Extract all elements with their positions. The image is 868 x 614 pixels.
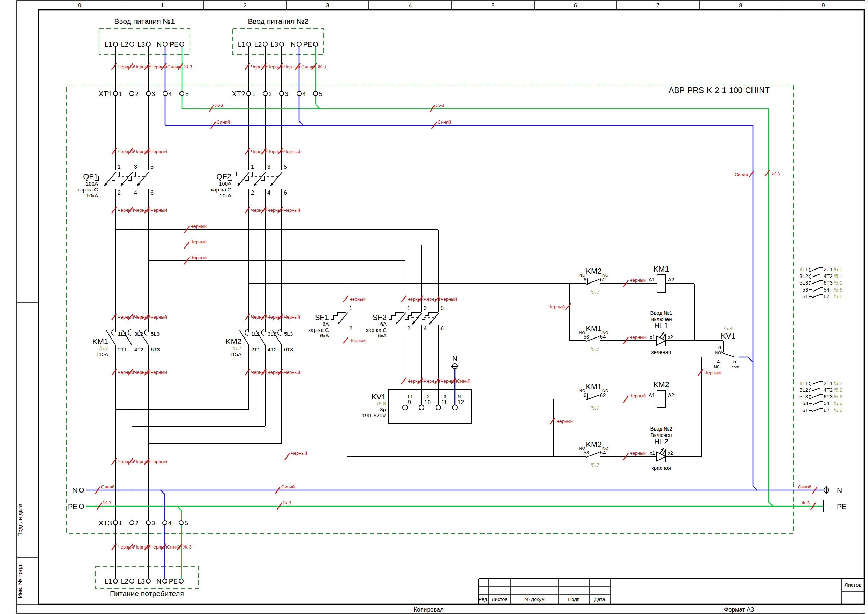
kv1sw-name: KV1 — [721, 331, 735, 340]
xt3-pin3: 3 — [152, 520, 155, 526]
kv1-pin-n: N — [457, 394, 461, 399]
svg-text:/5.6: /5.6 — [834, 400, 842, 406]
hl2-color: красная — [651, 465, 671, 471]
svg-text:62: 62 — [823, 293, 829, 299]
svg-text:Черный: Черный — [424, 378, 440, 384]
km2coil-a1: A1 — [649, 392, 655, 398]
sf2-name: SF2 — [373, 313, 387, 322]
input1-terminals: L1 L2 L3 N PE — [105, 40, 184, 48]
kv1sw-ref: /5.4 — [724, 325, 732, 331]
input1-l1: L1 — [105, 40, 112, 48]
sf2-breaker: SF2 6А хар-ка С 6кА 1 3 5 2 4 6 — [366, 305, 443, 339]
qf2-pin4: 4 — [267, 190, 270, 196]
svg-text:/5.2: /5.2 — [834, 387, 842, 393]
svg-text:Ж-3: Ж-3 — [184, 64, 192, 69]
sf1-name: SF1 — [315, 313, 329, 322]
ruler-9: 9 — [822, 2, 825, 9]
input1-n: N — [157, 40, 162, 48]
qf2-pin5: 5 — [284, 164, 287, 170]
km2nc-name: KM2 — [586, 267, 601, 275]
hl2-lamp: Ввод №2 Включен HL2 x1 x2 красная — [650, 426, 673, 471]
kv1-pin-l1: L1 — [408, 394, 413, 399]
n-net-label: N — [453, 355, 457, 362]
kv1-pin-11: 11 — [441, 399, 447, 406]
svg-text:Черный: Черный — [190, 239, 207, 244]
xt2-pin3: 3 — [285, 91, 288, 97]
km2-nc-contact: KM2 NC NC 61 62 /5.7 — [580, 267, 608, 295]
xt2-pin2: 2 — [269, 91, 272, 97]
input1-l2: L2 — [121, 40, 129, 48]
svg-text:2T1: 2T1 — [823, 266, 833, 272]
qf1-current: 100А — [86, 180, 98, 187]
svg-text:/5.6: /5.6 — [834, 293, 842, 299]
km1nc-62: 62 — [600, 392, 606, 398]
svg-text:Ж-3: Ж-3 — [103, 500, 111, 505]
input2-l3: L3 — [271, 40, 278, 48]
svg-text:3L2: 3L2 — [800, 273, 808, 279]
km2-pole3-bot: 6T3 — [284, 347, 293, 353]
km2no-53: 53 — [584, 449, 589, 455]
km1nc-61: 61 — [584, 392, 589, 398]
km2-pole2-top: 3L2 — [268, 331, 276, 337]
tb-doc: № докум — [524, 597, 545, 602]
svg-text:6T3: 6T3 — [823, 280, 833, 286]
power-wires-black — [115, 46, 439, 579]
km2-power-contacts: KM2 /5.7 115А 1L1 2T1 3L2 4T2 5L3 6T3 — [226, 330, 293, 357]
xref-row: 5L3 6T3 /5.1 — [800, 280, 842, 286]
tb-date: Дата — [594, 597, 605, 602]
km1-pole1-bot: 2T1 — [118, 347, 127, 353]
svg-text:Черный: Черный — [704, 370, 721, 375]
qf1-curve: хар-ка С — [78, 187, 98, 193]
svg-text:Синий: Синий — [457, 378, 470, 384]
hl1-cap1: Ввод №1 — [650, 310, 672, 316]
xt3-block: XT3 1 2 3 4 5 — [98, 519, 188, 527]
input2-box: Ввод питания №2 — [232, 17, 324, 54]
xref-row: 53 54 /5.6 — [802, 400, 842, 406]
hl2-x2: x2 — [668, 450, 673, 456]
xref-row: 61 62 /5.6 — [802, 406, 842, 413]
km1nc-name: KM1 — [586, 382, 601, 391]
qf2-pin2: 2 — [251, 190, 254, 196]
kv1-pin-10: 10 — [425, 399, 431, 406]
xt3-label: XT3 — [98, 519, 112, 527]
ruler-2: 2 — [243, 2, 246, 9]
ruler-7: 7 — [656, 2, 659, 9]
km2no-54: 54 — [600, 449, 606, 455]
xt2-pin4: 4 — [302, 91, 306, 97]
svg-text:Черный: Черный — [629, 393, 646, 398]
svg-text:Ж-3: Ж-3 — [801, 500, 809, 505]
consumer-terminals: L1 L2 L3 N PE — [105, 578, 183, 585]
svg-text:Черный: Черный — [629, 278, 646, 283]
km1coil-a2: A2 — [668, 277, 674, 283]
svg-text:Черный: Черный — [424, 297, 440, 302]
kv1-pin-l2: L2 — [425, 394, 429, 399]
xt3-pin1: 1 — [119, 520, 122, 526]
svg-text:Ж-3: Ж-3 — [215, 103, 223, 108]
svg-text:Черный: Черный — [349, 297, 366, 302]
tb-podp: Подп — [568, 597, 580, 602]
tb-listov-right: Листов — [845, 582, 862, 588]
xt1-pin1: 1 — [119, 91, 122, 97]
consumer-title: Питание потребителя — [110, 589, 184, 598]
svg-text:6T3: 6T3 — [823, 393, 833, 399]
svg-text:Черный: Черный — [629, 451, 646, 456]
sf2-icu: 6кА — [378, 333, 387, 339]
kv1-name: KV1 — [371, 392, 386, 401]
input2-l2: L2 — [254, 40, 262, 48]
input1-title: Ввод питания №1 — [114, 17, 175, 25]
stamp-inv-label: Инв. № подл. — [17, 563, 23, 598]
xref-row: 53 54 /5.6 — [802, 287, 842, 293]
qf1-pin6: 6 — [150, 190, 153, 196]
kv1-pin-9: 9 — [408, 399, 411, 406]
svg-text:Ж-3: Ж-3 — [436, 103, 444, 108]
svg-text:53: 53 — [802, 400, 808, 406]
sf1-pin2: 2 — [349, 326, 352, 331]
xt1-block: XT1 1 2 3 4 5 — [98, 90, 189, 98]
km2no-ref: /5.7 — [590, 462, 599, 468]
km1-nc-contact: KM1 NC NC 61 62 /5.7 — [580, 382, 608, 410]
xref-row: 61 62 /5.6 — [802, 292, 842, 299]
sf2-pin2: 2 — [407, 326, 411, 331]
kv1-poles: 3p — [380, 406, 386, 412]
svg-text:/5.2: /5.2 — [834, 380, 842, 386]
svg-text:Черный: Черный — [150, 149, 167, 154]
